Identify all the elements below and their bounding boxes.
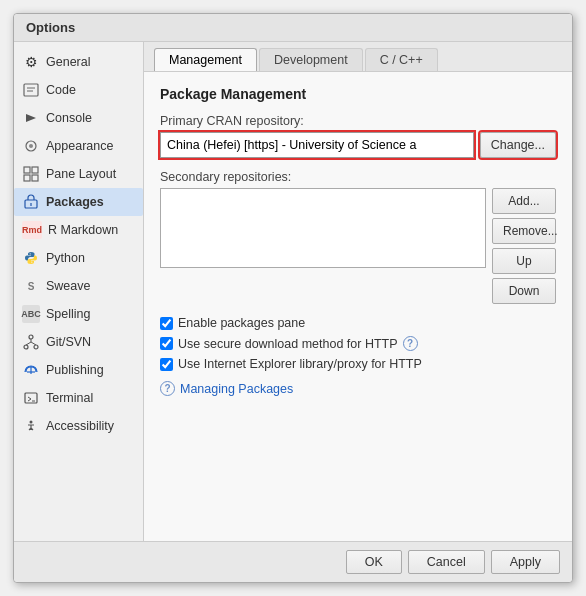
sidebar: ⚙GeneralCodeConsoleAppearancePane Layout… [14, 42, 144, 541]
packages-icon [22, 193, 40, 211]
svg-line-16 [26, 342, 31, 345]
ok-button[interactable]: OK [346, 550, 402, 574]
primary-repo-input[interactable] [160, 132, 474, 158]
spelling-icon: ABC [22, 305, 40, 323]
enable-packages-pane-checkbox[interactable] [160, 317, 173, 330]
dialog-title: Options [14, 14, 572, 42]
accessibility-icon [22, 417, 40, 435]
sidebar-label-pane-layout: Pane Layout [46, 167, 116, 181]
secure-download-checkbox[interactable] [160, 337, 173, 350]
sidebar-label-spelling: Spelling [46, 307, 90, 321]
sidebar-item-python[interactable]: Python [14, 244, 143, 272]
secondary-repo-label: Secondary repositories: [160, 170, 556, 184]
sidebar-item-spelling[interactable]: ABCSpelling [14, 300, 143, 328]
svg-point-5 [29, 144, 33, 148]
sidebar-label-console: Console [46, 111, 92, 125]
sidebar-label-terminal: Terminal [46, 391, 93, 405]
python-icon [22, 249, 40, 267]
sidebar-item-pane-layout[interactable]: Pane Layout [14, 160, 143, 188]
sidebar-label-git-svn: Git/SVN [46, 335, 91, 349]
checkbox-row-3: Use Internet Explorer library/proxy for … [160, 357, 556, 371]
svg-rect-20 [25, 393, 37, 403]
svg-line-22 [28, 399, 31, 401]
sidebar-item-publishing[interactable]: Publishing [14, 356, 143, 384]
secondary-repo-area: Add... Remove... Up Down [160, 188, 556, 304]
down-button[interactable]: Down [492, 278, 556, 304]
svg-line-17 [31, 342, 36, 345]
cancel-button[interactable]: Cancel [408, 550, 485, 574]
pane-layout-icon [22, 165, 40, 183]
console-icon [22, 109, 40, 127]
sidebar-label-accessibility: Accessibility [46, 419, 114, 433]
tab-cpp[interactable]: C / C++ [365, 48, 438, 71]
managing-packages-link[interactable]: Managing Packages [180, 382, 293, 396]
main-content: ManagementDevelopmentC / C++ Package Man… [144, 42, 572, 541]
primary-repo-row: Change... [160, 132, 556, 158]
svg-rect-6 [24, 167, 30, 173]
remove-button[interactable]: Remove... [492, 218, 556, 244]
appearance-icon [22, 137, 40, 155]
sidebar-label-publishing: Publishing [46, 363, 104, 377]
sweave-icon: S [22, 277, 40, 295]
code-icon [22, 81, 40, 99]
secondary-btns: Add... Remove... Up Down [492, 188, 556, 304]
secure-download-label: Use secure download method for HTTP [178, 337, 398, 351]
add-button[interactable]: Add... [492, 188, 556, 214]
checkbox-row-1: Enable packages pane [160, 316, 556, 330]
tab-management[interactable]: Management [154, 48, 257, 71]
ie-proxy-label: Use Internet Explorer library/proxy for … [178, 357, 422, 371]
sidebar-label-sweave: Sweave [46, 279, 90, 293]
sidebar-label-code: Code [46, 83, 76, 97]
options-dialog: Options ⚙GeneralCodeConsoleAppearancePan… [13, 13, 573, 583]
primary-repo-label: Primary CRAN repository: [160, 114, 556, 128]
change-button[interactable]: Change... [480, 132, 556, 158]
secondary-repo-list[interactable] [160, 188, 486, 268]
apply-button[interactable]: Apply [491, 550, 560, 574]
secure-download-help-icon[interactable]: ? [403, 336, 418, 351]
up-button[interactable]: Up [492, 248, 556, 274]
sidebar-item-sweave[interactable]: SSweave [14, 272, 143, 300]
svg-rect-7 [32, 167, 38, 173]
sidebar-item-git-svn[interactable]: Git/SVN [14, 328, 143, 356]
sidebar-label-general: General [46, 55, 90, 69]
svg-point-12 [29, 335, 33, 339]
svg-rect-9 [32, 175, 38, 181]
dialog-body: ⚙GeneralCodeConsoleAppearancePane Layout… [14, 42, 572, 541]
sidebar-label-appearance: Appearance [46, 139, 113, 153]
managing-packages-help-icon[interactable]: ? [160, 381, 175, 396]
general-icon: ⚙ [22, 53, 40, 71]
content-area: Package Management Primary CRAN reposito… [144, 72, 572, 541]
svg-marker-3 [26, 114, 36, 122]
tab-development[interactable]: Development [259, 48, 363, 71]
enable-packages-pane-label: Enable packages pane [178, 316, 305, 330]
sidebar-item-accessibility[interactable]: Accessibility [14, 412, 143, 440]
sidebar-item-packages[interactable]: Packages [14, 188, 143, 216]
sidebar-item-console[interactable]: Console [14, 104, 143, 132]
sidebar-item-code[interactable]: Code [14, 76, 143, 104]
sidebar-item-terminal[interactable]: Terminal [14, 384, 143, 412]
sidebar-label-packages: Packages [46, 195, 104, 209]
svg-point-24 [30, 421, 33, 424]
sidebar-item-r-markdown[interactable]: RmdR Markdown [14, 216, 143, 244]
svg-rect-8 [24, 175, 30, 181]
terminal-icon [22, 389, 40, 407]
tabs-bar: ManagementDevelopmentC / C++ [144, 42, 572, 72]
ie-proxy-checkbox[interactable] [160, 358, 173, 371]
r-markdown-icon: Rmd [22, 221, 42, 239]
link-row: ? Managing Packages [160, 381, 556, 396]
sidebar-label-r-markdown: R Markdown [48, 223, 118, 237]
svg-point-14 [34, 345, 38, 349]
svg-point-13 [24, 345, 28, 349]
git-svn-icon [22, 333, 40, 351]
svg-rect-0 [24, 84, 38, 96]
section-title: Package Management [160, 86, 556, 102]
dialog-footer: OK Cancel Apply [14, 541, 572, 582]
publishing-icon [22, 361, 40, 379]
sidebar-label-python: Python [46, 251, 85, 265]
sidebar-item-general[interactable]: ⚙General [14, 48, 143, 76]
checkbox-row-2: Use secure download method for HTTP ? [160, 336, 556, 351]
sidebar-item-appearance[interactable]: Appearance [14, 132, 143, 160]
